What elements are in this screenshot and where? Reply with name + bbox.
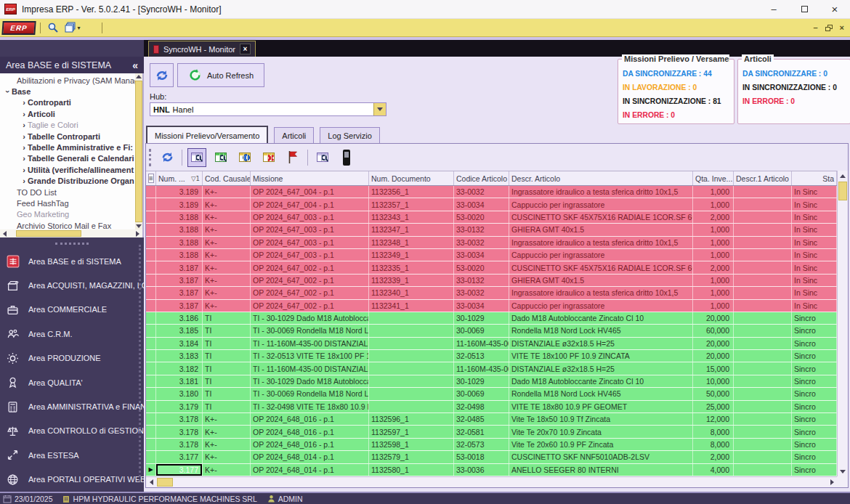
tree-item-8[interactable]: ›Utilità (verifiche/allineament: [0, 164, 135, 175]
cell-documento[interactable]: 1132349_1: [369, 249, 454, 261]
cell-missione[interactable]: OP 2024_647_003 - p.1: [251, 224, 369, 235]
area-button-arrows[interactable]: Area ESTESA: [0, 443, 144, 467]
cell-stato[interactable]: Sincro: [792, 413, 837, 425]
chevron-right-icon[interactable]: ›: [20, 110, 28, 118]
cell-causale[interactable]: K+-: [203, 261, 251, 273]
grid-row-22[interactable]: ▶3.177K+-OP 2024_648_014 - p.11132580_13…: [146, 464, 837, 476]
row-indicator[interactable]: [146, 451, 156, 463]
cell-documento[interactable]: 1132580_1: [369, 464, 454, 476]
cell-num[interactable]: 3.188: [156, 249, 203, 261]
tree-item-3[interactable]: ›Articoli: [0, 108, 135, 119]
row-indicator[interactable]: [146, 261, 156, 273]
scroll-right-icon[interactable]: [830, 479, 834, 485]
cell-num[interactable]: 3.177: [156, 451, 203, 463]
cell-codice[interactable]: 32-0573: [454, 439, 509, 450]
grid-row-7[interactable]: 3.187K+-OP 2024_647_002 - p.11132339_133…: [146, 275, 837, 287]
cell-descr1[interactable]: [734, 375, 792, 387]
cell-codice[interactable]: 53-0018: [454, 451, 509, 463]
minimize-button[interactable]: –: [758, 0, 789, 18]
grid-row-8[interactable]: 3.187K+-OP 2024_647_002 - p.11132340_133…: [146, 287, 837, 299]
cell-documento[interactable]: 1132357_1: [369, 198, 454, 210]
tab-log-servizio[interactable]: Log Servizio: [320, 127, 380, 144]
cell-descr1[interactable]: [734, 451, 792, 463]
cell-num[interactable]: 3.181: [156, 375, 203, 387]
mdi-minimize-button[interactable]: –: [813, 24, 817, 32]
cell-documento[interactable]: [369, 350, 454, 362]
mdi-restore-button[interactable]: [825, 25, 833, 31]
cell-descr[interactable]: Dado M18 Autobloccante Zincato Cl 10: [509, 312, 693, 324]
area-button-box[interactable]: Area ACQUISTI, MAGAZZINI, LOGI...: [0, 273, 144, 297]
refresh-button[interactable]: [150, 63, 174, 87]
cell-codice[interactable]: 30-0069: [454, 388, 509, 399]
cell-descr1[interactable]: [734, 211, 792, 223]
cell-missione[interactable]: TI - 30-0069 Rondella M18 Nord Loc: [251, 388, 369, 399]
cell-documento[interactable]: 1132335_1: [369, 261, 454, 273]
grid-row-6[interactable]: 3.187K+-OP 2024_647_002 - p.11132335_153…: [146, 261, 837, 274]
grid-row-14[interactable]: 3.182TITI - 11-160M-435-00 DISTANZIALE11…: [146, 362, 837, 375]
row-indicator[interactable]: [146, 300, 156, 312]
auto-refresh-button[interactable]: Auto Refresh: [177, 63, 264, 87]
tree-item-11[interactable]: Feed HashTag: [0, 198, 135, 208]
grid-header-descr-articolo[interactable]: Descr. Articolo: [509, 171, 693, 185]
row-indicator[interactable]: [146, 350, 156, 362]
cell-descr1[interactable]: [734, 287, 792, 298]
cell-stato[interactable]: Sincro: [792, 464, 837, 476]
grid-header-codice-articolo[interactable]: Codice Articolo: [454, 171, 509, 185]
row-indicator[interactable]: [146, 439, 156, 450]
cell-codice[interactable]: 33-0034: [454, 300, 509, 312]
tree-vertical-scrollbar[interactable]: [135, 73, 142, 229]
cell-qta[interactable]: 50,000: [693, 388, 734, 399]
cell-causale[interactable]: K+-: [203, 300, 251, 312]
row-indicator[interactable]: [146, 186, 156, 198]
erp-logo[interactable]: ERP: [1, 21, 36, 35]
cell-num[interactable]: 3.177: [156, 464, 203, 476]
cell-descr[interactable]: Vite Te 20x60 10.9 PF Zincata: [509, 439, 693, 450]
grid-vertical-scrollbar[interactable]: [837, 171, 848, 476]
cell-codice[interactable]: 32-0581: [454, 426, 509, 437]
cell-descr[interactable]: CUSCINETTO SKF 45X75X16 RADIALE 1COR.SF …: [509, 261, 693, 273]
cell-qta[interactable]: 8,000: [693, 439, 734, 450]
cell-causale[interactable]: TI: [203, 350, 251, 362]
grid-header-cod-causale[interactable]: Cod. Causale: [203, 171, 251, 185]
cell-descr1[interactable]: [734, 362, 792, 374]
row-indicator[interactable]: [146, 287, 156, 298]
cell-codice[interactable]: 33-0034: [454, 198, 509, 210]
cell-missione[interactable]: OP 2024_647_003 - p.1: [251, 237, 369, 248]
cell-codice[interactable]: 33-0032: [454, 237, 509, 248]
cell-stato[interactable]: In Sinc: [792, 300, 837, 312]
cell-codice[interactable]: 53-0020: [454, 211, 509, 223]
cell-stato[interactable]: Sincro: [792, 401, 837, 412]
chevron-right-icon[interactable]: ›: [20, 143, 28, 152]
cell-codice[interactable]: 30-1029: [454, 312, 509, 324]
cell-documento[interactable]: [369, 362, 454, 374]
cell-causale[interactable]: K+-: [203, 464, 251, 476]
cell-descr[interactable]: GHIERA GMT 40x1.5: [509, 275, 693, 286]
cell-causale[interactable]: K+-: [203, 211, 251, 223]
cell-causale[interactable]: TI: [203, 388, 251, 399]
mdi-close-button[interactable]: ×: [840, 24, 844, 32]
cell-qta[interactable]: 25,000: [693, 401, 734, 412]
cell-descr1[interactable]: [734, 261, 792, 273]
tree-item-7[interactable]: ›Tabelle Generali e Calendari: [0, 153, 135, 164]
row-indicator[interactable]: [146, 275, 156, 286]
cell-qta[interactable]: 20,000: [693, 312, 734, 324]
cell-stato[interactable]: In Sinc: [792, 198, 837, 210]
cell-codice[interactable]: 30-0069: [454, 325, 509, 336]
cell-stato[interactable]: Sincro: [792, 451, 837, 463]
cell-causale[interactable]: K+-: [203, 224, 251, 235]
hub-dropdown-arrow[interactable]: [373, 103, 386, 115]
toolbar-drag-handle[interactable]: [149, 149, 151, 166]
cell-descr1[interactable]: [734, 464, 792, 476]
row-indicator[interactable]: [146, 338, 156, 349]
cell-num[interactable]: 3.187: [156, 287, 203, 298]
cell-descr[interactable]: Ingrassatore idraulico a testa sferica d…: [509, 287, 693, 298]
cell-num[interactable]: 3.179: [156, 401, 203, 412]
cell-stato[interactable]: In Sinc: [792, 275, 837, 286]
grid-row-9[interactable]: 3.187K+-OP 2024_647_002 - p.11132341_133…: [146, 300, 837, 312]
cell-codice[interactable]: 33-0132: [454, 275, 509, 286]
row-indicator[interactable]: [146, 325, 156, 336]
windows-list-icon[interactable]: ▾: [62, 20, 84, 35]
chevron-right-icon[interactable]: ›: [20, 176, 28, 185]
cell-documento[interactable]: 1132348_1: [369, 237, 454, 248]
cell-qta[interactable]: 1,000: [693, 275, 734, 286]
